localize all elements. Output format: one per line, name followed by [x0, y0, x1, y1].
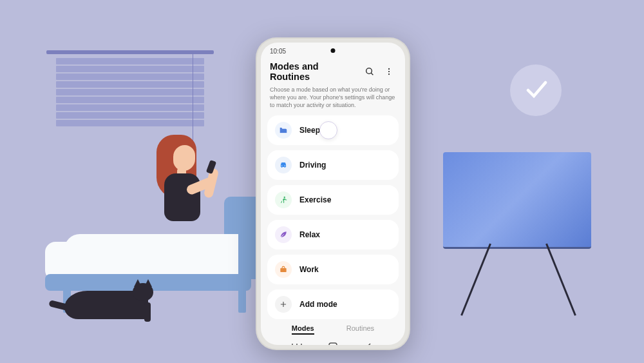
mode-item-exercise[interactable]: Exercise: [267, 185, 399, 215]
svg-point-7: [285, 166, 285, 166]
mode-label: Driving: [299, 161, 326, 170]
mode-label: Sleep: [299, 126, 320, 135]
navigation-bar: [261, 337, 405, 345]
person-illustration: [149, 131, 226, 240]
bed-icon: [275, 122, 292, 139]
svg-line-1: [371, 73, 373, 75]
mode-list: Sleep Driving Exercise Relax: [261, 115, 405, 319]
nav-back-icon[interactable]: [362, 342, 376, 345]
nav-home-icon[interactable]: [326, 342, 340, 345]
page-title: Modes and Routines: [270, 61, 357, 82]
svg-point-4: [388, 74, 390, 75]
mode-label: Work: [299, 265, 319, 274]
mode-item-sleep[interactable]: Sleep: [267, 115, 399, 145]
phone-screen: 10:05 Modes and Routines Choose a mode b…: [261, 43, 405, 345]
svg-rect-9: [280, 268, 286, 272]
svg-rect-5: [280, 132, 287, 133]
mode-item-driving[interactable]: Driving: [267, 150, 399, 180]
svg-point-8: [284, 197, 285, 198]
status-time: 10:05: [270, 48, 286, 55]
mode-item-work[interactable]: Work: [267, 255, 399, 284]
more-icon[interactable]: [382, 64, 396, 79]
mode-label: Add mode: [299, 300, 337, 309]
bottom-tabs: Modes Routines: [261, 319, 405, 337]
cursor-highlight: [319, 121, 337, 139]
mode-item-add[interactable]: Add mode: [267, 289, 399, 319]
svg-point-2: [388, 68, 390, 70]
mode-item-relax[interactable]: Relax: [267, 220, 399, 250]
tab-modes[interactable]: Modes: [292, 324, 314, 335]
svg-point-0: [366, 68, 372, 74]
leaf-icon: [275, 226, 292, 243]
phone-frame: 10:05 Modes and Routines Choose a mode b…: [256, 37, 410, 350]
search-icon[interactable]: [363, 64, 377, 79]
nav-recents-icon[interactable]: [290, 342, 304, 345]
mode-label: Relax: [299, 230, 320, 239]
svg-rect-15: [329, 343, 337, 345]
car-icon: [275, 157, 292, 173]
tv-illustration: [443, 152, 591, 249]
briefcase-icon: [275, 261, 292, 278]
camera-dot: [331, 48, 336, 53]
cat-illustration: [64, 283, 167, 322]
clock-icon: [510, 64, 562, 116]
tv-stand: [470, 245, 567, 322]
tab-routines[interactable]: Routines: [346, 324, 374, 335]
page-subtitle: Choose a mode based on what you're doing…: [261, 84, 405, 115]
plus-icon: [275, 296, 292, 313]
svg-point-3: [388, 71, 390, 72]
mode-label: Exercise: [299, 195, 331, 204]
run-icon: [275, 191, 292, 208]
svg-point-6: [281, 166, 282, 166]
